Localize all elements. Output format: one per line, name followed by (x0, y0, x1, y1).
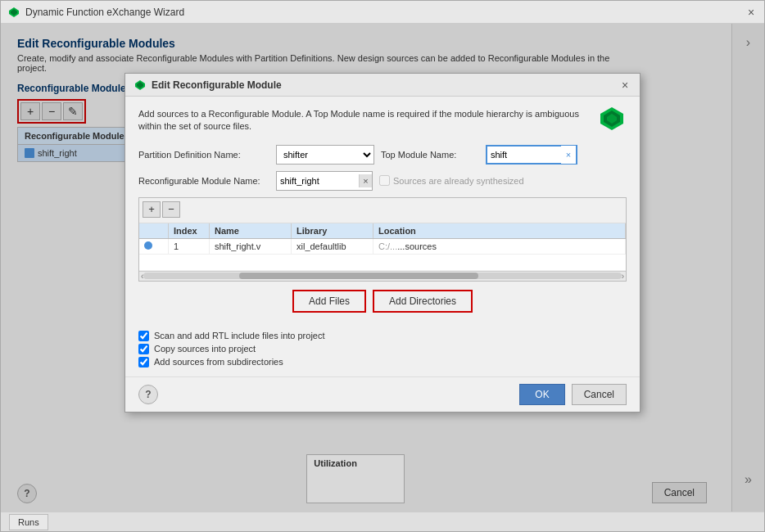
inner-cell-name: shift_right.v (210, 239, 292, 254)
row-indicator-icon (144, 241, 152, 250)
partition-def-select[interactable]: shifter (276, 145, 374, 165)
horizontal-scrollbar[interactable]: ‹ › (139, 271, 626, 281)
inner-toolbar: + − (139, 198, 626, 223)
reconfig-module-row: Reconfigurable Module Name: × Sources ar… (138, 171, 627, 191)
modal-description: Add sources to a Reconfigurable Module. … (138, 108, 597, 133)
modal-footer: ? OK Cancel (125, 376, 640, 412)
bottom-tab-bar: Runs (1, 512, 764, 531)
modal-close-button[interactable]: × (618, 79, 631, 92)
inner-col-index: Index (169, 223, 210, 238)
modal-cancel-button[interactable]: Cancel (572, 384, 627, 405)
partition-def-row: Partition Definition Name: shifter Top M… (138, 145, 627, 165)
modal-vivado-logo (597, 104, 627, 133)
inner-cell-location: C:/......sources (373, 239, 626, 254)
modal-title: Edit Reconfigurable Module (152, 79, 282, 91)
subdirectories-label: Add sources from subdirectories (154, 357, 283, 367)
synthesized-label: Sources are already synthesized (379, 175, 524, 186)
scan-rtl-label: Scan and add RTL include files into proj… (154, 331, 325, 340)
add-directories-button[interactable]: Add Directories (373, 290, 473, 313)
inner-col-name: Name (210, 223, 292, 238)
content-area: Edit Reconfigurable Modules Create, modi… (1, 24, 764, 512)
inner-table-row[interactable]: 1 shift_right.v xil_defaultlib C:/......… (139, 239, 626, 255)
main-window: Dynamic Function eXchange Wizard × Edit … (0, 0, 765, 532)
inner-table-header: Index Name Library Location (139, 223, 626, 239)
close-button[interactable]: × (745, 6, 758, 19)
scrollbar-track (143, 273, 621, 279)
top-module-label: Top Module Name: (381, 150, 479, 160)
checkbox-subdirectories: Add sources from subdirectories (138, 357, 627, 367)
reconfig-module-input-container: × (276, 171, 373, 191)
add-files-button[interactable]: Add Files (292, 290, 366, 313)
subdirectories-checkbox[interactable] (138, 357, 149, 367)
copy-sources-label: Copy sources into project (154, 344, 256, 354)
inner-col-indicator (139, 223, 169, 238)
app-title: Dynamic Function eXchange Wizard (25, 7, 184, 18)
reconfig-module-input[interactable] (277, 174, 359, 187)
modal-help-button[interactable]: ? (138, 385, 158, 404)
modal-title-left: Edit Reconfigurable Module (134, 79, 282, 92)
add-buttons-row: Add Files Add Directories (138, 290, 627, 313)
top-module-input[interactable] (487, 148, 561, 161)
inner-col-library: Library (292, 223, 373, 238)
runs-tab[interactable]: Runs (9, 514, 48, 530)
inner-table-empty-row-1 (139, 255, 626, 271)
synthesized-checkbox[interactable] (379, 175, 390, 186)
inner-col-location: Location (373, 223, 626, 238)
modal-overlay: Edit Reconfigurable Module × Add so (1, 24, 764, 512)
scan-rtl-checkbox[interactable] (138, 331, 149, 341)
edit-module-modal: Edit Reconfigurable Module × Add so (124, 73, 641, 413)
copy-sources-checkbox[interactable] (138, 344, 149, 354)
modal-footer-buttons: OK Cancel (519, 384, 627, 405)
modal-logo-icon (134, 79, 147, 92)
inner-toolbar-buttons: + − (143, 201, 622, 218)
inner-cell-indicator (139, 239, 169, 254)
top-module-clear-icon[interactable]: × (561, 146, 576, 164)
scrollbar-thumb (239, 273, 478, 279)
modal-titlebar: Edit Reconfigurable Module × (125, 74, 640, 97)
partition-def-label: Partition Definition Name: (138, 150, 269, 160)
inner-remove-button[interactable]: − (162, 201, 180, 218)
app-logo-icon (7, 6, 20, 19)
modal-body: Add sources to a Reconfigurable Module. … (125, 97, 640, 331)
modal-ok-button[interactable]: OK (519, 384, 564, 405)
inner-add-button[interactable]: + (143, 201, 161, 218)
sources-panel: + − Index Name Library Location (138, 197, 627, 282)
scroll-right-arrow[interactable]: › (622, 272, 624, 281)
top-module-input-container: × (486, 145, 577, 165)
reconfig-module-clear-icon[interactable]: × (359, 174, 372, 187)
inner-cell-library: xil_defaultlib (292, 239, 373, 254)
inner-cell-index: 1 (169, 239, 210, 254)
checkbox-scan-rtl: Scan and add RTL include files into proj… (138, 331, 627, 341)
reconfig-module-label: Reconfigurable Module Name: (138, 176, 269, 186)
checkbox-section: Scan and add RTL include files into proj… (125, 331, 640, 370)
checkbox-copy-sources: Copy sources into project (138, 344, 627, 354)
titlebar: Dynamic Function eXchange Wizard × (1, 1, 764, 24)
titlebar-left: Dynamic Function eXchange Wizard (7, 6, 184, 19)
